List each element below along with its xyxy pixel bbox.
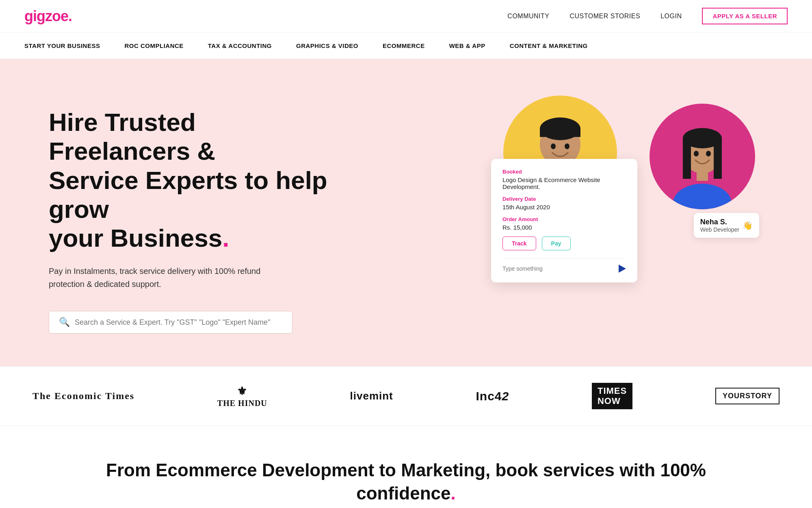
press-yourstory: YOURSTORY: [715, 388, 780, 404]
svg-point-13: [694, 151, 699, 156]
hero-left: Hire Trusted Freelancers & Service Exper…: [49, 91, 333, 334]
hero-title: Hire Trusted Freelancers & Service Exper…: [49, 108, 333, 252]
nav-graphics-video[interactable]: GRAPHICS & VIDEO: [296, 42, 358, 49]
nav-roc-compliance[interactable]: ROC COMPLIANCE: [124, 42, 183, 49]
hero-title-line1: Hire Trusted Freelancers &: [49, 108, 215, 165]
yourstory-text: YOURSTORY: [723, 392, 772, 400]
bottom-section: From Ecommerce Development to Marketing,…: [0, 426, 812, 508]
seller-title: Web Developer: [700, 226, 739, 233]
hero-title-line2: Service Experts to help grow: [49, 166, 327, 223]
track-button[interactable]: Track: [502, 237, 536, 250]
timesnow-text: TIMESNOW: [598, 386, 627, 406]
pay-button[interactable]: Pay: [542, 237, 571, 250]
logo-dot: .: [68, 8, 72, 24]
nav-start-business[interactable]: START YOUR BUSINESS: [24, 42, 100, 49]
chat-input-row: [502, 258, 626, 273]
delivery-label: Delivery Date: [502, 196, 626, 202]
hero-title-dot: .: [222, 224, 229, 252]
logo[interactable]: gigzoe.: [24, 8, 72, 25]
female-avatar-svg: [662, 120, 743, 209]
press-bar: The Economic Times ⚜ THE HINDU livemint …: [0, 366, 812, 426]
press-timesnow: TIMESNOW: [592, 383, 632, 409]
svg-rect-10: [714, 138, 722, 179]
hero-title-line3: your Business: [49, 224, 222, 252]
press-livemint: livemint: [350, 390, 393, 402]
svg-point-11: [673, 184, 732, 209]
order-card: Booked Logo Design & Ecommerce Website D…: [491, 159, 637, 282]
svg-point-6: [565, 143, 569, 149]
search-input[interactable]: [75, 318, 282, 327]
delivery-value: 15th August 2020: [502, 204, 626, 211]
booked-value: Logo Design & Ecommerce Website Developm…: [502, 176, 626, 190]
send-button[interactable]: [619, 265, 626, 273]
wave-emoji: 👋: [743, 221, 753, 230]
svg-rect-9: [683, 138, 691, 179]
svg-point-14: [706, 151, 711, 156]
bottom-dot: .: [451, 483, 456, 503]
nav-web-app[interactable]: WEB & APP: [449, 42, 485, 49]
hero-subtitle: Pay in Instalments, track service delive…: [49, 265, 268, 291]
main-navbar: START YOUR BUSINESS ROC COMPLIANCE TAX &…: [0, 33, 812, 59]
search-icon: 🔍: [59, 317, 70, 328]
hindu-symbol: ⚜: [237, 384, 247, 398]
header-nav: COMMUNITY CUSTOMER STORIES LOGIN APPLY A…: [507, 8, 788, 24]
avatar-female: [650, 104, 755, 209]
livemint-text: livemint: [350, 390, 393, 402]
svg-rect-2: [540, 129, 580, 137]
press-economic-times: The Economic Times: [32, 391, 134, 402]
nav-content-marketing[interactable]: CONTENT & MARKETING: [510, 42, 588, 49]
logo-text: gigzoe: [24, 8, 68, 24]
booked-label: Booked: [502, 169, 626, 175]
site-header: gigzoe. COMMUNITY CUSTOMER STORIES LOGIN…: [0, 0, 812, 33]
bottom-title: From Ecommerce Development to Marketing,…: [81, 458, 731, 505]
inc42-text: Inc42: [476, 389, 509, 403]
send-icon: [619, 265, 626, 273]
apply-seller-button[interactable]: APPLY AS A SELLER: [702, 8, 788, 24]
order-buttons: Track Pay: [502, 237, 626, 250]
svg-rect-12: [697, 169, 708, 181]
seller-name: Neha S.: [700, 218, 739, 226]
search-box[interactable]: 🔍: [49, 311, 292, 334]
chat-input[interactable]: [502, 265, 615, 272]
press-hindu: ⚜ THE HINDU: [217, 384, 267, 408]
nav-ecommerce[interactable]: ECOMMERCE: [383, 42, 425, 49]
hero-section: Hire Trusted Freelancers & Service Exper…: [0, 59, 812, 366]
svg-point-5: [551, 143, 556, 149]
customer-stories-link[interactable]: CUSTOMER STORIES: [570, 13, 641, 20]
hindu-text: THE HINDU: [217, 399, 267, 408]
economic-times-text: The Economic Times: [32, 391, 134, 401]
login-link[interactable]: LOGIN: [660, 13, 682, 20]
seller-tag: Neha S. Web Developer 👋: [694, 213, 759, 238]
hero-right: Booked Logo Design & Ecommerce Website D…: [479, 91, 763, 295]
bottom-title-text: From Ecommerce Development to Marketing,…: [106, 460, 706, 503]
amount-label: Order Amount: [502, 216, 626, 222]
press-inc42: Inc42: [476, 389, 509, 403]
community-link[interactable]: COMMUNITY: [507, 13, 549, 20]
amount-value: Rs. 15,000: [502, 224, 626, 231]
nav-tax-accounting[interactable]: TAX & ACCOUNTING: [208, 42, 272, 49]
